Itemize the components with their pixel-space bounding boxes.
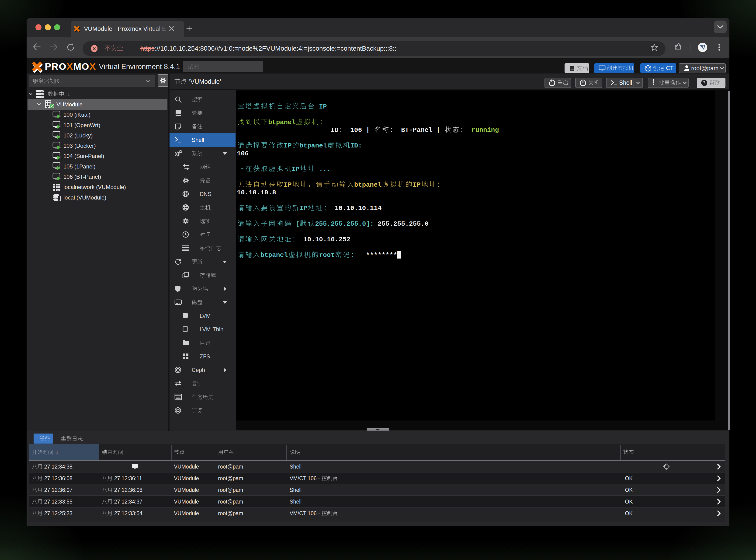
svg-text:?: ? [703,80,706,85]
